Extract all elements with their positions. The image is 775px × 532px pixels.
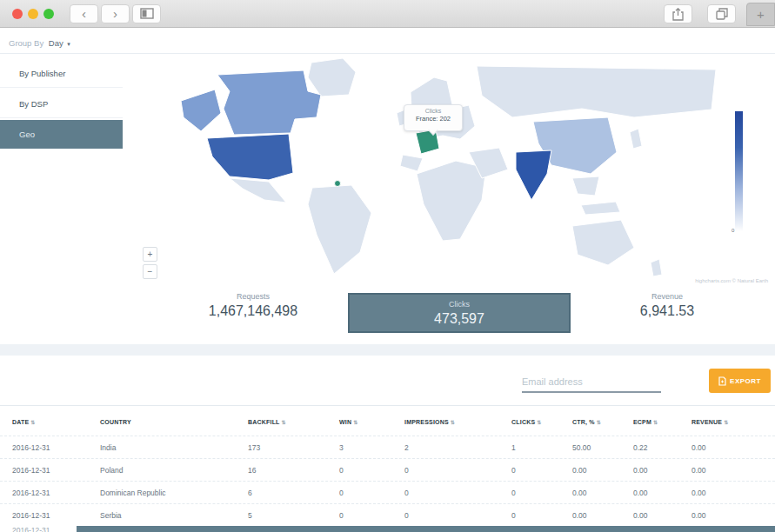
world-map-chart[interactable]: [146, 56, 722, 289]
table-cell: 0.00: [572, 466, 633, 475]
stat-card-clicks-selected[interactable]: Clicks 473,597: [348, 293, 571, 333]
stat-label: Requests: [157, 292, 350, 301]
column-header-backfill[interactable]: BACKFILL⇅: [248, 419, 339, 425]
partial-row-date: 2016-12-31: [12, 526, 50, 532]
sort-icon[interactable]: ⇅: [451, 420, 455, 425]
table-top-divider: [0, 405, 775, 406]
map-countries[interactable]: [181, 58, 716, 276]
section-divider-band: [0, 344, 775, 356]
sort-icon[interactable]: ⇅: [30, 420, 35, 425]
table-cell: 1: [511, 443, 572, 452]
tabs-icon: [716, 8, 728, 20]
chevron-down-icon: ▾: [67, 41, 70, 47]
table-cell: 0: [404, 489, 511, 497]
column-header-ctr-[interactable]: CTR, %⇅: [572, 419, 633, 425]
sort-icon[interactable]: ⇅: [282, 420, 286, 425]
table-cell: 0.00: [691, 443, 775, 452]
table-cell: 6: [248, 489, 339, 497]
stat-value: 1,467,146,498: [157, 303, 350, 319]
table-cell: 0.22: [633, 443, 691, 452]
sort-icon[interactable]: ⇅: [597, 420, 601, 425]
sidebar-item-by-publisher[interactable]: By Publisher: [0, 59, 123, 88]
sort-icon[interactable]: ⇅: [353, 420, 357, 425]
close-window-icon[interactable]: [12, 9, 23, 19]
new-tab-button[interactable]: +: [746, 3, 775, 26]
column-header-impressions[interactable]: IMPRESSIONS⇅: [404, 419, 511, 425]
sort-icon[interactable]: ⇅: [724, 420, 728, 425]
browser-titlebar: ‹ › +: [0, 0, 775, 28]
column-header-country: COUNTRY: [100, 419, 248, 425]
minimize-window-icon[interactable]: [28, 9, 38, 19]
table-row[interactable]: 2016-12-31India17332150.000.220.00: [0, 436, 775, 458]
forward-button[interactable]: ›: [101, 4, 130, 23]
map-country-france[interactable]: [416, 130, 439, 154]
sidebar-item-geo[interactable]: Geo: [0, 120, 123, 149]
table-cell: 0: [404, 466, 511, 475]
column-header-win[interactable]: WIN⇅: [339, 419, 404, 425]
back-button[interactable]: ‹: [70, 4, 98, 23]
table-cell: 173: [248, 443, 339, 452]
stat-label: Revenue: [585, 292, 750, 301]
table-cell: 0: [511, 489, 572, 497]
table-cell: 0.00: [691, 511, 775, 520]
map-zoom-in-button[interactable]: +: [143, 247, 157, 262]
table-cell: 50.00: [572, 443, 633, 452]
table-cell: 0.00: [572, 489, 633, 497]
partial-row-highlight[interactable]: [77, 526, 775, 532]
table-cell: 2: [404, 443, 511, 452]
sidebar-item-by-dsp[interactable]: By DSP: [0, 90, 123, 118]
table-row[interactable]: 2016-12-31Dominican Republic60000.000.00…: [0, 481, 775, 503]
tooltip-series-label: Clicks: [404, 108, 462, 114]
sidebar-toggle-button[interactable]: [132, 4, 161, 23]
toolbar-divider: [0, 53, 775, 54]
table-cell: 0: [339, 466, 404, 475]
stat-value: 473,597: [350, 311, 569, 327]
group-by-label: Group By: [9, 38, 43, 48]
sort-icon[interactable]: ⇅: [653, 420, 658, 425]
column-header-clicks[interactable]: CLICKS⇅: [511, 419, 572, 425]
table-cell: 0.00: [572, 511, 633, 520]
share-icon: [672, 8, 684, 21]
stat-card-revenue[interactable]: Revenue 6,941.53: [585, 292, 750, 319]
table-row[interactable]: 2016-12-31Poland160000.000.000.00: [0, 458, 775, 481]
table-cell: Poland: [100, 466, 248, 475]
email-input[interactable]: [522, 372, 661, 393]
table-cell: 0.00: [691, 466, 775, 475]
table-cell: Dominican Republic: [100, 489, 248, 497]
table-cell: 0: [511, 511, 572, 520]
table-cell: 2016-12-31: [12, 443, 100, 452]
sort-icon[interactable]: ⇅: [537, 420, 541, 425]
map-color-legend: [735, 111, 743, 231]
map-tooltip: Clicks France: 202: [404, 104, 463, 131]
column-header-ecpm[interactable]: ECPM⇅: [633, 419, 691, 425]
table-header-row: DATE⇅COUNTRYBACKFILL⇅WIN⇅IMPRESSIONS⇅CLI…: [0, 409, 775, 436]
table-cell: Serbia: [100, 511, 248, 520]
map-zoom-out-button[interactable]: −: [143, 264, 157, 279]
tooltip-point-value: France: 202: [404, 115, 462, 123]
app-window: ‹ › + Group By Day ▾ By Publisher By DSP…: [0, 0, 775, 532]
export-button-label: EXPORT: [730, 377, 761, 385]
table-cell: 0.00: [691, 489, 775, 497]
tab-overview-button[interactable]: [707, 4, 736, 23]
column-header-date[interactable]: DATE⇅: [12, 419, 100, 425]
zoom-window-icon[interactable]: [43, 9, 54, 19]
map-country-trinidad[interactable]: [335, 181, 341, 187]
map-attribution: highcharts.com © Natural Earth: [695, 278, 768, 283]
group-by-control[interactable]: Group By Day ▾: [9, 38, 70, 48]
table-cell: 0.00: [633, 466, 691, 475]
stat-card-requests[interactable]: Requests 1,467,146,498: [157, 292, 350, 319]
sidebar-toggle-icon: [140, 8, 154, 19]
table-cell: 2016-12-31: [12, 489, 100, 497]
table-cell: 16: [248, 466, 339, 475]
table-cell: 0: [404, 511, 511, 520]
stat-label: Clicks: [350, 300, 569, 309]
table-cell: 5: [248, 511, 339, 520]
table-row[interactable]: 2016-12-31Serbia50000.000.000.00: [0, 503, 775, 526]
column-header-revenue[interactable]: REVENUE⇅: [691, 419, 775, 425]
table-cell: 2016-12-31: [12, 511, 100, 520]
share-button[interactable]: [664, 4, 692, 23]
table-cell: 0: [339, 489, 404, 497]
legend-min-label: 0: [732, 228, 734, 233]
group-by-value[interactable]: Day: [49, 38, 63, 48]
export-button[interactable]: EXPORT: [709, 369, 771, 393]
